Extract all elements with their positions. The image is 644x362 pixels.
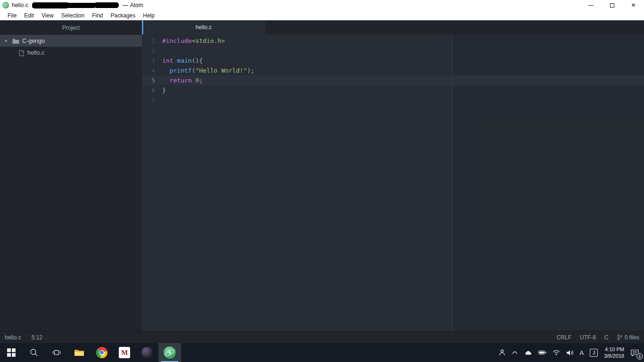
system-tray: A J 4:10 PM 3/8/2018 1 <box>498 343 644 362</box>
hidden-icons-button[interactable] <box>512 351 518 354</box>
window-title: hello.c — Atom <box>12 2 143 8</box>
code-line-2[interactable]: 2 <box>142 46 644 56</box>
task-view-button[interactable] <box>45 343 68 362</box>
people-button[interactable] <box>498 349 506 356</box>
search-icon <box>30 348 38 357</box>
menu-item-edit[interactable]: Edit <box>20 10 38 20</box>
statusbar-line-ending[interactable]: CRLF <box>557 334 571 341</box>
line-number: 3 <box>142 56 155 66</box>
minimize-icon <box>588 5 594 6</box>
line-number: 6 <box>142 85 155 95</box>
code-text: } <box>162 85 166 95</box>
atom-button[interactable] <box>158 343 181 362</box>
window-controls: ✕ <box>580 0 644 10</box>
line-number: 4 <box>142 66 155 75</box>
menubar: FileEditViewSelectionFindPackagesHelp <box>0 10 644 20</box>
statusbar-grammar[interactable]: C <box>604 334 609 341</box>
editor[interactable]: 1#include<stdio.h>23int main(){4 printf(… <box>142 34 644 331</box>
statusbar-git-label: 0 files <box>625 334 639 341</box>
network-button[interactable] <box>553 350 560 355</box>
tree-folder-c-gengo[interactable]: ▾ C-gengo <box>0 35 142 47</box>
cloud-icon <box>524 350 532 355</box>
ime-mode-icon: J <box>590 349 598 357</box>
file-explorer-icon <box>74 348 84 357</box>
onedrive-button[interactable] <box>524 350 532 355</box>
chevron-down-icon: ▾ <box>5 38 9 43</box>
taskbar-search-button[interactable] <box>23 343 45 362</box>
code-text: printf("Hello World!"); <box>162 66 255 75</box>
folder-label: C-gengo <box>22 38 45 44</box>
clock-time: 4:10 PM <box>604 346 624 353</box>
statusbar-right: CRLF UTF-8 C 0 files <box>557 334 639 341</box>
chrome-icon <box>96 347 107 358</box>
window-title-app: Atom <box>130 2 143 8</box>
window-title-separator: — <box>123 2 128 8</box>
menu-item-find[interactable]: Find <box>88 10 107 20</box>
menu-item-selection[interactable]: Selection <box>58 10 88 20</box>
code-line-6[interactable]: 6} <box>142 85 644 95</box>
code-text: #include<stdio.h> <box>162 36 225 46</box>
action-center-button[interactable]: 1 <box>630 349 641 356</box>
minimize-button[interactable] <box>580 0 602 10</box>
tree-view-panel: Project ▾ C-gengo hello.c <box>0 20 142 331</box>
titlebar: hello.c — Atom ✕ <box>0 0 644 10</box>
battery-button[interactable] <box>538 350 546 355</box>
tree-file-hello-c[interactable]: hello.c <box>0 47 142 59</box>
battery-icon <box>538 350 546 355</box>
windows-logo-icon <box>7 348 16 357</box>
code-line-4[interactable]: 4 printf("Hello World!"); <box>142 66 644 75</box>
line-number: 5 <box>142 75 155 85</box>
main-area: Project ▾ C-gengo hello.c hello.c <box>0 20 644 331</box>
tab-hello-c[interactable]: hello.c <box>142 20 265 34</box>
code-line-5[interactable]: 5 return 0; <box>142 75 644 85</box>
line-number: 7 <box>142 95 155 105</box>
code-lines: 1#include<stdio.h>23int main(){4 printf(… <box>142 36 644 105</box>
file-label: hello.c <box>27 49 44 56</box>
start-button[interactable] <box>0 343 23 362</box>
notification-badge: 1 <box>636 353 643 360</box>
screen: hello.c — Atom ✕ FileEditViewSelectionFi… <box>0 0 644 362</box>
volume-button[interactable] <box>566 350 574 356</box>
redaction-bar <box>32 2 69 8</box>
maximize-icon <box>610 3 614 8</box>
wifi-icon <box>553 350 560 355</box>
clock[interactable]: 4:10 PM 3/8/2018 <box>604 346 624 359</box>
window-title-file: hello.c <box>12 2 28 8</box>
line-number: 2 <box>142 46 155 56</box>
file-explorer-button[interactable] <box>68 343 91 362</box>
taskbar: M <box>0 343 644 362</box>
code-line-7[interactable]: 7 <box>142 95 644 105</box>
menu-item-view[interactable]: View <box>38 10 58 20</box>
ime-language-button[interactable]: A <box>580 349 584 356</box>
tabbar: hello.c <box>142 20 644 34</box>
atom-logo-icon <box>2 2 9 8</box>
project-header: Project <box>0 20 142 35</box>
redaction-bar <box>66 3 96 8</box>
person-icon <box>498 349 506 356</box>
code-line-1[interactable]: 1#include<stdio.h> <box>142 36 644 46</box>
app-button[interactable] <box>136 343 158 362</box>
code-text: int main(){ <box>162 56 203 66</box>
statusbar: hello.c 5:12 CRLF UTF-8 C 0 files <box>0 331 644 343</box>
close-button[interactable]: ✕ <box>623 0 644 10</box>
statusbar-encoding[interactable]: UTF-8 <box>580 334 596 341</box>
statusbar-cursor-position[interactable]: 5:12 <box>32 334 42 341</box>
menu-item-help[interactable]: Help <box>139 10 158 20</box>
chevron-up-icon <box>512 351 518 354</box>
git-branch-icon <box>617 334 622 340</box>
statusbar-file: hello.c <box>5 334 21 341</box>
code-line-3[interactable]: 3int main(){ <box>142 56 644 66</box>
m-app-icon: M <box>119 347 130 358</box>
menu-item-file[interactable]: File <box>4 10 20 20</box>
statusbar-git[interactable]: 0 files <box>617 334 639 341</box>
redacted-path <box>32 2 119 8</box>
m-app-button[interactable]: M <box>113 343 136 362</box>
ime-mode-button[interactable]: J <box>590 349 598 357</box>
chrome-button[interactable] <box>91 343 113 362</box>
maximize-button[interactable] <box>602 0 623 10</box>
redaction-bar <box>94 2 119 8</box>
close-icon: ✕ <box>631 2 636 8</box>
atom-icon <box>164 346 176 359</box>
menu-item-packages[interactable]: Packages <box>107 10 140 20</box>
line-number: 1 <box>142 36 155 46</box>
